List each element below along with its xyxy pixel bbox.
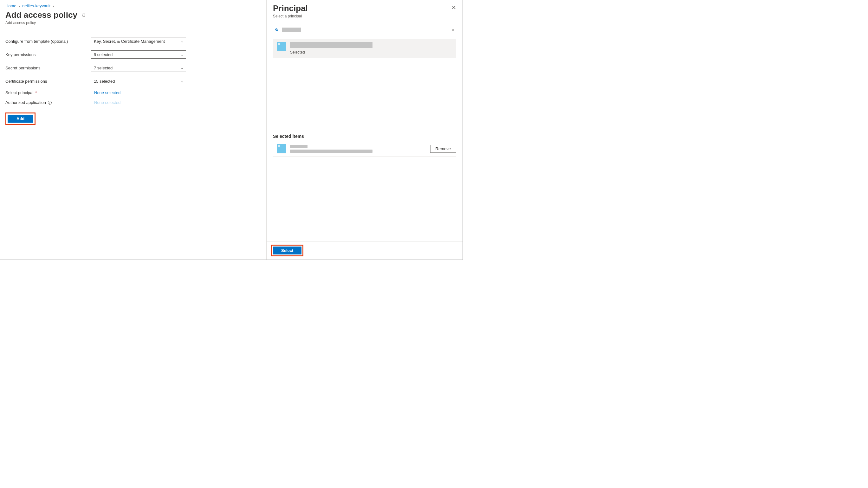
key-permissions-value: 9 selected — [94, 52, 113, 57]
avatar-icon — [277, 144, 286, 153]
info-icon[interactable]: i — [48, 101, 52, 104]
add-button-highlight: Add — [5, 112, 35, 125]
secret-permissions-value: 7 selected — [94, 66, 113, 70]
authorized-app-label: Authorized application i — [5, 100, 91, 105]
chevron-down-icon: ⌄ — [181, 53, 183, 56]
add-button[interactable]: Add — [8, 115, 33, 123]
panel-body: 🔍︎ × Selected Selected items Re — [267, 22, 463, 241]
select-principal-label: Select principal * — [5, 90, 91, 95]
template-label: Configure from template (optional) — [5, 39, 91, 44]
redacted-item-detail — [290, 150, 372, 153]
app-root: Home › nellies-keyvault › Add access pol… — [0, 0, 463, 260]
panel-header: Principal Select a principal ✕ — [267, 0, 463, 22]
secret-permissions-label: Secret permissions — [5, 66, 91, 70]
selected-item-body — [290, 145, 426, 153]
close-icon[interactable]: ✕ — [452, 4, 456, 11]
chevron-down-icon: ⌄ — [181, 40, 183, 43]
svg-rect-1 — [83, 13, 85, 17]
chevron-down-icon: ⌄ — [181, 66, 183, 70]
page-title: Add access policy — [5, 10, 78, 20]
template-value: Key, Secret, & Certificate Management — [94, 39, 165, 44]
principal-result-row[interactable]: Selected — [273, 39, 456, 58]
required-icon: * — [35, 90, 37, 95]
key-permissions-select[interactable]: 9 selected ⌄ — [91, 51, 186, 59]
pin-icon[interactable] — [81, 12, 86, 18]
cert-permissions-select[interactable]: 15 selected ⌄ — [91, 77, 186, 85]
breadcrumb-home[interactable]: Home — [5, 3, 17, 8]
select-button[interactable]: Select — [273, 247, 302, 255]
select-button-highlight: Select — [271, 245, 303, 256]
principal-panel: Principal Select a principal ✕ 🔍︎ × Sele… — [267, 0, 463, 260]
breadcrumb-keyvault[interactable]: nellies-keyvault — [22, 3, 51, 8]
breadcrumb-sep-icon: › — [19, 4, 20, 8]
breadcrumb-sep-icon: › — [53, 4, 54, 8]
redacted-principal-name — [290, 42, 372, 48]
secret-permissions-select[interactable]: 7 selected ⌄ — [91, 64, 186, 72]
search-wrap: 🔍︎ × — [273, 26, 456, 34]
page-subtitle: Add access policy — [5, 21, 261, 25]
selected-items-heading: Selected items — [273, 134, 456, 139]
add-access-policy-pane: Home › nellies-keyvault › Add access pol… — [0, 0, 267, 260]
template-select[interactable]: Key, Secret, & Certificate Management ⌄ — [91, 37, 186, 45]
cert-permissions-label: Certificate permissions — [5, 79, 91, 84]
result-selected-label: Selected — [290, 50, 453, 55]
clear-search-icon[interactable]: × — [452, 28, 454, 33]
panel-subtitle: Select a principal — [273, 14, 456, 19]
redacted-search-text — [282, 28, 301, 32]
search-icon: 🔍︎ — [275, 28, 279, 32]
redacted-item-title — [290, 145, 308, 148]
panel-footer: Select — [267, 241, 463, 260]
panel-title: Principal — [273, 3, 456, 13]
select-principal-link[interactable]: None selected — [91, 90, 121, 95]
authorized-app-value: None selected — [91, 100, 121, 105]
chevron-down-icon: ⌄ — [181, 79, 183, 83]
selected-item-row: Remove — [273, 142, 456, 157]
avatar-icon — [277, 42, 286, 51]
page-title-row: Add access policy — [5, 10, 261, 20]
breadcrumb: Home › nellies-keyvault › — [5, 3, 261, 8]
key-permissions-label: Key permissions — [5, 52, 91, 57]
result-body: Selected — [290, 42, 453, 55]
remove-button[interactable]: Remove — [430, 145, 456, 153]
cert-permissions-value: 15 selected — [94, 79, 115, 84]
